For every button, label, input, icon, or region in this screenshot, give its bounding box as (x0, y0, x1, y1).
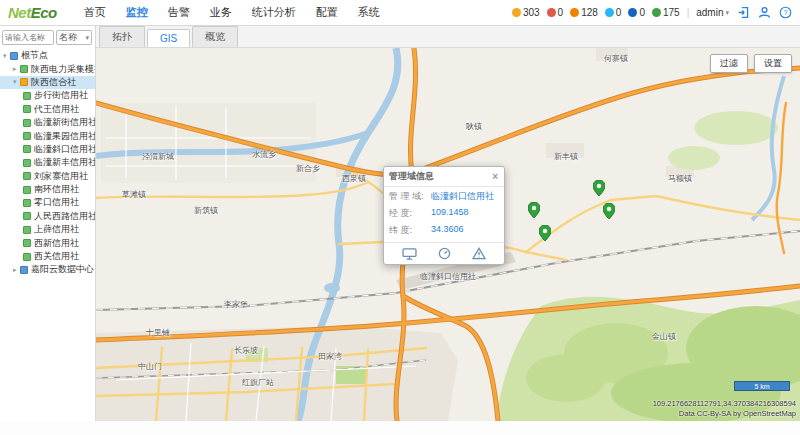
nav-statistics[interactable]: 统计分析 (243, 0, 305, 25)
alarm-warning-count: 0 (616, 7, 622, 18)
tree-item-site[interactable]: 西新信用社 (0, 236, 95, 249)
site-icon (20, 78, 28, 86)
user-icon[interactable] (757, 6, 771, 20)
tree-item-site[interactable]: 临潼新街信用社 (0, 116, 95, 129)
tree-item-site[interactable]: 代王信用社 (0, 103, 95, 116)
alarm-minor-badge[interactable]: 128 (570, 7, 598, 18)
alarm-normal-count: 175 (663, 7, 680, 18)
tree-item-site[interactable]: 刘家寨信用社 (0, 170, 95, 183)
nav-monitor[interactable]: 监控 (117, 0, 157, 25)
popup-field-value[interactable]: 临潼斜口信用社 (431, 190, 494, 203)
tree-item-site[interactable]: 临潼斜口信用社 (0, 143, 95, 156)
site-marker[interactable] (539, 225, 551, 245)
alarm-critical-icon (512, 8, 521, 17)
nav-home[interactable]: 首页 (75, 0, 115, 25)
popup-actions (384, 242, 504, 264)
popup-field-label: 纬 度: (389, 224, 431, 237)
alarm-minor-count: 128 (581, 7, 598, 18)
tree-item-site[interactable]: ▸陕西电力采集模拟 (0, 62, 95, 75)
top-bar: NetEco 首页 监控 告警 业务 统计分析 配置 系统 303 0 128 … (0, 0, 800, 26)
user-menu[interactable]: admin▾ (696, 7, 729, 18)
settings-button[interactable]: 设置 (754, 54, 792, 73)
chevron-down-icon: ▾ (725, 9, 729, 17)
tree-item-site[interactable]: 零口信用社 (0, 196, 95, 209)
tree-item-site[interactable]: 临潼新丰信用社 (0, 156, 95, 169)
tree-item-site[interactable]: 上薛信用社 (0, 223, 95, 236)
site-marker[interactable] (603, 203, 615, 223)
footer (0, 421, 800, 435)
username: admin (696, 7, 723, 18)
site-icon (23, 132, 31, 140)
tab-gis[interactable]: GIS (147, 29, 190, 47)
site-marker[interactable] (593, 180, 605, 200)
expander-icon[interactable]: ▾ (13, 78, 20, 86)
header-separator: | (687, 7, 690, 18)
tab-topology[interactable]: 拓扑 (99, 26, 145, 47)
site-icon (23, 226, 31, 234)
site-icon (23, 92, 31, 100)
search-filter-dropdown[interactable]: 名称▾ (56, 30, 92, 45)
alarm-major-icon (547, 8, 556, 17)
nav-config[interactable]: 配置 (307, 0, 347, 25)
cursor-coordinates: 109.2176628112791,34.370384216308594 (653, 399, 796, 409)
map-status: 109.2176628112791,34.370384216308594 Dat… (653, 399, 796, 419)
gis-map[interactable]: 何寨镇 耿镇 新丰镇 马额镇 泾渭新城 草滩镇 水流乡 新合乡 西泉镇 新筑镇 … (96, 48, 800, 421)
tree-search-row: 名称▾ (0, 26, 95, 48)
map-toolbar: 过滤 设置 (710, 54, 792, 73)
tree-item-site-selected[interactable]: ▾陕西信合社 (0, 76, 95, 89)
neteco-logo: NetEco (8, 4, 57, 21)
site-icon (20, 65, 28, 73)
site-tree-panel: 名称▾ ▾根节点 ▸陕西电力采集模拟 ▾陕西信合社 步行街信用社 代王信用社 临… (0, 26, 96, 421)
tree-item-site[interactable]: 人民西路信用社 (0, 210, 95, 223)
expander-icon[interactable]: ▾ (3, 52, 10, 60)
alarm-view-icon[interactable] (472, 247, 486, 260)
alarm-warning-icon (605, 8, 614, 17)
alarm-info-count: 0 (639, 7, 645, 18)
performance-icon[interactable] (438, 247, 451, 260)
close-icon[interactable]: × (491, 171, 499, 182)
alarm-major-badge[interactable]: 0 (547, 7, 564, 18)
scale-bar: 5 km (734, 381, 790, 391)
nav-business[interactable]: 业务 (201, 0, 241, 25)
tree-item-site[interactable]: 西关信用社 (0, 250, 95, 263)
alarm-info-badge[interactable]: 0 (628, 7, 645, 18)
alarm-warning-badge[interactable]: 0 (605, 7, 622, 18)
site-marker[interactable] (528, 202, 540, 222)
site-icon (23, 105, 31, 113)
datacenter-icon (20, 266, 28, 274)
expander-icon[interactable]: ▸ (13, 266, 20, 274)
filter-button[interactable]: 过滤 (710, 54, 748, 73)
map-attribution: Data CC-By-SA by OpenStreetMap (653, 409, 796, 419)
alarm-info-icon (628, 8, 637, 17)
tree-item-site[interactable]: 步行街信用社 (0, 89, 95, 102)
nav-alarm[interactable]: 告警 (159, 0, 199, 25)
alarm-critical-badge[interactable]: 303 (512, 7, 540, 18)
filter-label: 名称 (59, 31, 77, 44)
root-node-icon (10, 52, 18, 60)
alarm-critical-count: 303 (523, 7, 540, 18)
tree-item-site[interactable]: 临潼果园信用社 (0, 129, 95, 142)
alarm-normal-icon (652, 8, 661, 17)
svg-text:?: ? (783, 8, 787, 17)
tree-item-datacenter[interactable]: ▸嘉阳云数据中心 (0, 263, 95, 276)
site-tree: ▾根节点 ▸陕西电力采集模拟 ▾陕西信合社 步行街信用社 代王信用社 临潼新街信… (0, 48, 95, 277)
popup-row: 纬 度: 34.3606 (384, 221, 504, 238)
map-popup: 管理域信息 × 管 理 域: 临潼斜口信用社 经 度: 109.1458 纬 度… (383, 166, 505, 265)
tab-overview[interactable]: 概览 (192, 26, 238, 47)
tree-item-site[interactable]: 南环信用社 (0, 183, 95, 196)
nav-system[interactable]: 系统 (349, 0, 389, 25)
help-icon[interactable]: ? (778, 6, 792, 20)
logo-net: Net (8, 4, 31, 21)
chevron-down-icon: ▾ (85, 34, 89, 42)
search-input[interactable] (2, 30, 54, 45)
tree-item-root[interactable]: ▾根节点 (0, 49, 95, 62)
device-view-icon[interactable] (402, 248, 417, 260)
view-tabs: 拓扑 GIS 概览 (96, 26, 800, 48)
logout-icon[interactable] (736, 6, 750, 20)
main-panel: 拓扑 GIS 概览 (96, 26, 800, 421)
alarm-normal-badge[interactable]: 175 (652, 7, 680, 18)
site-icon (23, 186, 31, 194)
popup-header: 管理域信息 × (384, 167, 504, 187)
expander-icon[interactable]: ▸ (13, 65, 20, 73)
alarm-minor-icon (570, 8, 579, 17)
